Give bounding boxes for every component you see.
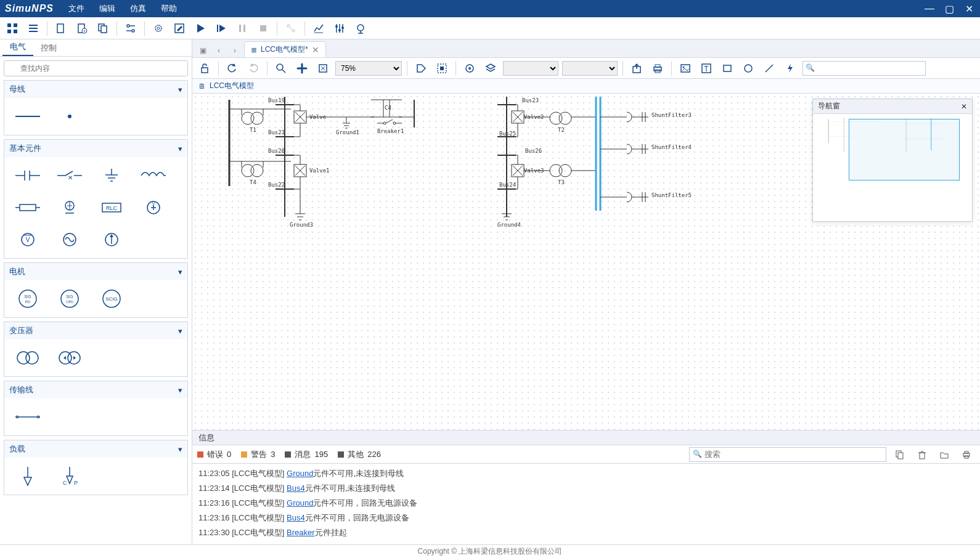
zoom-select[interactable]: 75% [335,61,402,76]
lib-item-sgpd[interactable]: SGPD [9,285,46,312]
select-all-icon[interactable] [433,60,451,77]
tab-electrical[interactable]: 电气 [2,39,33,56]
log-link[interactable]: Breaker [287,528,315,537]
svg-rect-109 [681,65,690,72]
tab-control[interactable]: 控制 [33,40,64,56]
lib-item-transformer-3w[interactable] [51,344,88,371]
lib-item-scig[interactable]: SCIG [93,285,130,312]
unlock-icon[interactable] [196,60,213,77]
lib-item-switch[interactable]: ✕ [51,162,88,189]
menu-help[interactable]: 帮助 [161,3,177,14]
lib-item-ground[interactable] [93,162,130,189]
nav-back-icon[interactable]: ‹ [212,44,226,57]
line-icon[interactable] [761,60,778,77]
breadcrumb-label[interactable]: LCC电气模型 [210,81,254,91]
lib-item-rlc[interactable]: RLC [93,194,130,221]
chart-icon[interactable] [310,20,327,37]
lib-item-bus-line[interactable] [9,103,46,130]
print-log-icon[interactable] [958,446,975,463]
lib-item-ac-source[interactable] [51,226,88,253]
play-icon[interactable] [192,20,209,37]
export-icon[interactable] [628,60,645,77]
navigator-panel[interactable]: 导航窗 ✕ [812,99,973,222]
home-icon[interactable]: ▣ [196,44,210,57]
lib-item-current-source[interactable] [93,226,130,253]
lib-item-load-cvp[interactable]: CP [51,463,88,490]
scope-icon[interactable] [352,20,369,37]
lib-item-transmission-line[interactable] [9,403,46,431]
lib-item-voltage-source[interactable]: V [9,226,46,253]
menu-edit[interactable]: 编辑 [99,3,115,14]
open-icon[interactable]: + [73,20,91,37]
undo-icon[interactable] [224,60,241,77]
canvas-search-input[interactable] [802,61,926,76]
nav-forward-icon[interactable]: › [228,44,242,57]
zoom-icon[interactable] [272,60,290,77]
print-icon[interactable] [649,60,666,77]
bolt-icon[interactable] [782,60,799,77]
navigator-close-icon[interactable]: ✕ [961,102,967,111]
close-icon[interactable]: ✕ [963,3,975,15]
info-log-list[interactable]: 11:23:05 [LCC电气模型] Ground元件不可用,未连接到母线 11… [192,464,980,544]
gear-icon[interactable] [150,20,167,37]
group-line-header[interactable]: 传输线▾ [4,381,187,398]
copy-log-icon[interactable] [891,446,909,463]
copy-icon[interactable] [94,20,112,37]
gear-icon[interactable] [461,60,478,77]
tab-close-icon[interactable]: ✕ [312,45,319,55]
log-link[interactable]: Bus4 [287,513,305,522]
lib-item-transformer-2w[interactable] [9,344,46,371]
new-icon[interactable] [52,20,70,37]
menu-sim[interactable]: 仿真 [130,3,146,14]
lib-item-capacitor[interactable] [9,162,46,189]
layer-select-1[interactable] [503,61,558,76]
info-search-input[interactable] [689,447,886,462]
lib-item-resistor[interactable] [9,194,46,221]
open-log-icon[interactable] [936,446,953,463]
library-scroll[interactable]: 母线▾ 基本元件▾ ✕ RLC V V [0,80,192,544]
log-link[interactable]: Bus4 [287,483,305,493]
document-tab[interactable]: ≣ LCC电气模型* ✕ [244,41,326,57]
filter-other[interactable]: 其他226 [338,449,381,460]
minimize-icon[interactable]: — [923,3,936,15]
lib-item-inductor[interactable] [135,162,172,189]
edit-icon[interactable] [171,20,188,37]
group-machine-header[interactable]: 电机▾ [4,263,187,280]
pan-icon[interactable] [293,60,311,77]
delete-log-icon[interactable] [913,446,931,463]
navigator-viewport[interactable] [849,119,960,180]
group-bus-header[interactable]: 母线▾ [4,81,187,98]
rect-icon[interactable] [719,60,736,77]
lib-item-dc-source[interactable]: V [135,194,172,221]
filter-warn[interactable]: 警告3 [241,449,275,460]
lib-item-load-arrow[interactable] [9,463,46,490]
maximize-icon[interactable]: ▢ [943,3,955,15]
list-view-icon[interactable] [25,20,42,37]
canvas-area[interactable]: Bus19 Bus21 Bus20 Bus22 T1 T4 Valve Valv… [192,94,980,430]
group-transformer-header[interactable]: 变压器▾ [4,322,187,339]
grid-view-icon[interactable] [4,20,21,37]
sliders-icon[interactable] [331,20,348,37]
text-icon[interactable]: T [698,60,715,77]
lib-item-sgcipd[interactable]: SGCIPD [51,285,88,312]
image-icon[interactable] [677,60,694,77]
lib-item-bus-node[interactable] [51,103,88,130]
lib-item-arrester[interactable] [51,194,88,221]
filter-error[interactable]: 错误0 [197,449,231,460]
library-search-input[interactable] [4,60,188,76]
group-bus-label: 母线 [9,84,25,95]
svg-point-36 [357,25,364,31]
fit-icon[interactable] [314,60,332,77]
layer-select-2[interactable] [562,61,618,76]
step-icon[interactable] [213,20,230,37]
log-link[interactable]: Ground [287,469,313,478]
group-load-header[interactable]: 负载▾ [4,440,187,458]
filter-msg[interactable]: 消息195 [285,449,328,460]
settings-icon[interactable] [122,20,139,37]
menu-file[interactable]: 文件 [68,3,84,14]
tag-icon[interactable] [412,60,430,77]
group-basic-header[interactable]: 基本元件▾ [4,140,187,157]
circle-icon[interactable] [740,60,757,77]
log-link[interactable]: Ground [287,498,313,507]
layers-icon[interactable] [482,60,499,77]
